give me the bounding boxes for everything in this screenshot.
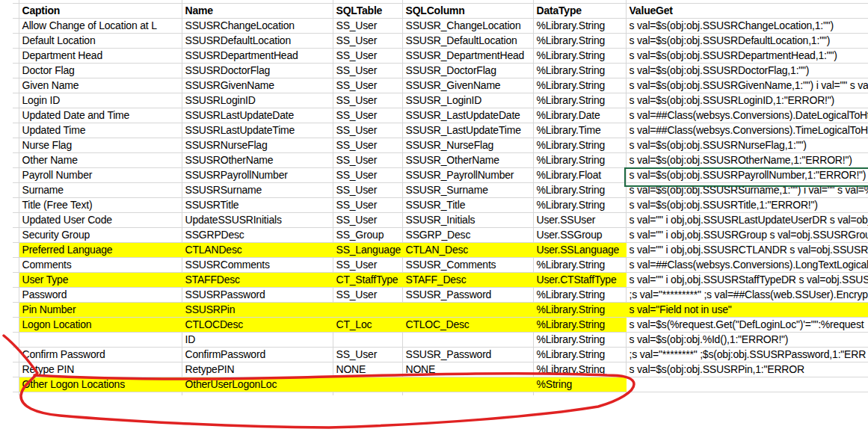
cell-sql-table[interactable]: SS_User — [333, 19, 402, 34]
cell-caption[interactable]: Confirm Password — [19, 348, 182, 362]
cell-value-get[interactable]: s val="" i obj,obj.SSUSRLastUpdateUserDR… — [626, 213, 868, 228]
cell-data-type[interactable]: User.SSUser — [533, 213, 626, 228]
cell-sql-table[interactable]: SS_User — [333, 168, 402, 183]
cell-caption[interactable]: Retype PIN — [19, 362, 182, 377]
row-margin-cell[interactable] — [0, 258, 19, 273]
cell-name[interactable]: CTLANDesc — [182, 243, 333, 258]
cell-value-get[interactable]: s val="Field not in use" — [626, 303, 868, 318]
cell-data-type[interactable]: %Library.String — [533, 362, 626, 377]
row-margin-cell[interactable] — [0, 4, 19, 19]
row-margin-cell[interactable] — [0, 243, 19, 258]
cell-sql-table[interactable]: NONE — [333, 362, 402, 377]
cell-name[interactable]: ID — [182, 333, 333, 348]
cell-sql-column[interactable]: CTLOC_Desc — [402, 318, 533, 333]
cell-sql-column[interactable] — [402, 303, 533, 318]
cell-sql-column[interactable]: SSUSR_OtherName — [402, 153, 533, 168]
row-margin-cell[interactable] — [0, 362, 19, 377]
cell-data-type[interactable]: %Library.String — [533, 19, 626, 34]
cell-sql-table[interactable]: SS_User — [333, 288, 402, 303]
cell-caption[interactable] — [19, 333, 182, 348]
cell-caption[interactable]: User Type — [19, 273, 182, 288]
cell-caption[interactable]: Allow Change of Location at L — [19, 19, 182, 34]
cell-data-type[interactable]: %Library.String — [533, 198, 626, 213]
cell-sql-table[interactable]: SS_User — [333, 153, 402, 168]
row-margin-cell[interactable] — [0, 168, 19, 183]
cell-sql-table[interactable]: SS_Group — [333, 228, 402, 243]
cell-sql-table[interactable] — [333, 377, 402, 392]
cell-value-get[interactable]: s val=$s(obj:obj.SSUSRTitle,1:"ERROR!") — [626, 198, 868, 213]
cell-caption[interactable]: Other Name — [19, 153, 182, 168]
cell-data-type[interactable]: User.CTStaffType — [533, 273, 626, 288]
cell-name[interactable]: SSUSRDefaultLocation — [182, 34, 333, 49]
cell-caption[interactable]: Security Group — [19, 228, 182, 243]
header-cell-sqltable[interactable]: SQLTable — [333, 4, 402, 19]
cell-caption[interactable]: Surname — [19, 183, 182, 198]
cell-data-type[interactable]: %Library.Time — [533, 123, 626, 138]
cell-sql-table[interactable]: SS_User — [333, 198, 402, 213]
cell-data-type[interactable]: %Library.String — [533, 138, 626, 153]
cell-name[interactable]: SSUSRGivenName — [182, 78, 333, 93]
cell-caption[interactable]: Preferred Language — [19, 243, 182, 258]
cell-sql-column[interactable] — [402, 333, 533, 348]
cell-sql-column[interactable]: SSUSR_LastUpdateDate — [402, 108, 533, 123]
cell-name[interactable]: RetypePIN — [182, 362, 333, 377]
cell-name[interactable]: STAFFDesc — [182, 273, 333, 288]
cell-name[interactable]: SSUSRSurname — [182, 183, 333, 198]
cell-sql-table[interactable]: SS_User — [333, 213, 402, 228]
cell-sql-table[interactable]: SS_User — [333, 49, 402, 64]
cell-name[interactable]: ConfirmPassword — [182, 348, 333, 362]
cell-data-type[interactable]: %Library.String — [533, 64, 626, 78]
cell-name[interactable]: SSUSRComments — [182, 258, 333, 273]
cell-name[interactable]: SSUSRPin — [182, 303, 333, 318]
cell-data-type[interactable]: %Library.String — [533, 288, 626, 303]
cell-data-type[interactable]: %Library.String — [533, 153, 626, 168]
cell-name[interactable]: SSUSRTitle — [182, 198, 333, 213]
cell-data-type[interactable]: User.SSGroup — [533, 228, 626, 243]
cell-value-get[interactable]: s val=$s(obj:obj.SSUSRSurname,1:"") i va… — [626, 183, 868, 198]
cell-caption[interactable]: Password — [19, 288, 182, 303]
cell-sql-column[interactable]: SSUSR_Initials — [402, 213, 533, 228]
cell-sql-column[interactable]: SSUSR_Password — [402, 288, 533, 303]
cell-value-get[interactable]: s val=##Class(websys.Conversions).DateLo… — [626, 108, 868, 123]
cell-data-type[interactable]: %Library.String — [533, 78, 626, 93]
cell-name[interactable]: SSGRPDesc — [182, 228, 333, 243]
row-margin-cell[interactable] — [0, 377, 19, 392]
cell-data-type[interactable]: %Library.Date — [533, 108, 626, 123]
cell-value-get[interactable]: s val=$s(obj:obj.SSUSRChangeLocation,1:"… — [626, 19, 868, 34]
row-margin-cell[interactable] — [0, 273, 19, 288]
cell-caption[interactable]: Doctor Flag — [19, 64, 182, 78]
cell-name[interactable]: SSUSRDepartmentHead — [182, 49, 333, 64]
row-margin-cell[interactable] — [0, 19, 19, 34]
cell-sql-table[interactable]: SS_User — [333, 183, 402, 198]
row-margin-cell[interactable] — [0, 138, 19, 153]
cell-sql-table[interactable]: SS_User — [333, 93, 402, 108]
header-cell-caption[interactable]: Caption — [19, 4, 182, 19]
cell-value-get[interactable]: s val=$s(obj:obj.SSUSRPayrollNumber,1:"E… — [626, 168, 868, 183]
cell-name[interactable]: SSUSRDoctorFlag — [182, 64, 333, 78]
cell-sql-table[interactable]: CT_Loc — [333, 318, 402, 333]
cell-name[interactable]: SSUSROtherName — [182, 153, 333, 168]
cell-caption[interactable]: Title (Free Text) — [19, 198, 182, 213]
header-cell-datatype[interactable]: DataType — [533, 4, 626, 19]
header-cell-name[interactable]: Name — [182, 4, 333, 19]
cell-sql-table[interactable]: SS_User — [333, 34, 402, 49]
cell-caption[interactable]: Logon Location — [19, 318, 182, 333]
row-margin-cell[interactable] — [0, 93, 19, 108]
row-margin-cell[interactable] — [0, 303, 19, 318]
cell-sql-column[interactable]: SSUSR_Title — [402, 198, 533, 213]
cell-sql-table[interactable]: SS_User — [333, 108, 402, 123]
cell-sql-table[interactable]: SS_User — [333, 138, 402, 153]
cell-data-type[interactable]: User.SSLanguage — [533, 243, 626, 258]
row-margin-cell[interactable] — [0, 318, 19, 333]
cell-value-get[interactable]: s val="" i obj,obj.SSUSRStaffTypeDR s va… — [626, 273, 868, 288]
cell-caption[interactable]: Login ID — [19, 93, 182, 108]
row-margin-cell[interactable] — [0, 213, 19, 228]
cell-data-type[interactable]: %Library.String — [533, 93, 626, 108]
cell-sql-column[interactable]: STAFF_Desc — [402, 273, 533, 288]
cell-sql-column[interactable]: CTLAN_Desc — [402, 243, 533, 258]
cell-sql-column[interactable]: SSUSR_LastUpdateTime — [402, 123, 533, 138]
cell-sql-column[interactable]: SSUSR_DefaultLocation — [402, 34, 533, 49]
cell-data-type[interactable]: %String — [533, 377, 626, 392]
cell-data-type[interactable]: %Library.String — [533, 303, 626, 318]
cell-value-get[interactable]: s val=$s(obj:obj.SSUSRNurseFlag,1:"") — [626, 138, 868, 153]
